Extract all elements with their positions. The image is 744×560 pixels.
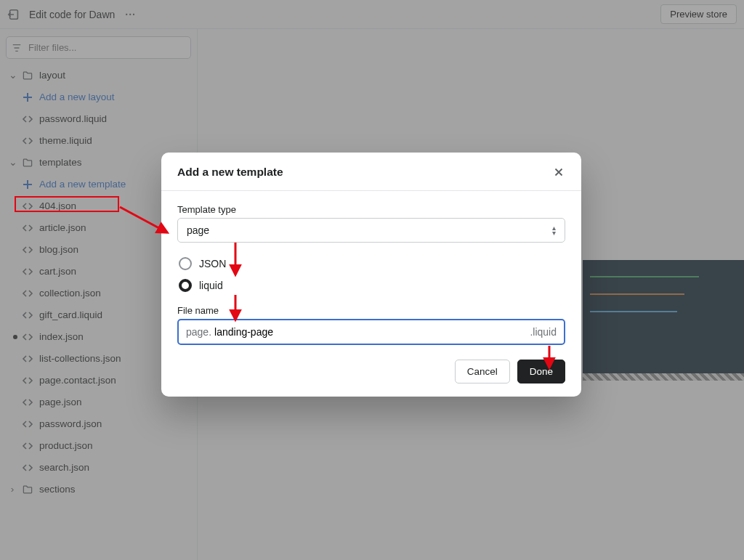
file-label: gift_card.liquid bbox=[39, 310, 102, 320]
close-icon[interactable] bbox=[552, 166, 565, 179]
code-file-icon bbox=[22, 440, 33, 452]
file-label: index.json bbox=[39, 332, 84, 342]
folder-label: layout bbox=[39, 70, 65, 81]
code-file-icon bbox=[22, 353, 33, 365]
file-label: cart.json bbox=[39, 267, 76, 277]
code-file-icon bbox=[22, 200, 33, 212]
chevron-right-icon: › bbox=[9, 484, 16, 495]
file-label: page.json bbox=[39, 397, 82, 407]
folder-icon bbox=[22, 157, 33, 169]
radio-label: JSON bbox=[199, 258, 226, 269]
filename-label: File name bbox=[177, 305, 565, 316]
code-file-icon bbox=[22, 309, 33, 321]
filter-files-input[interactable] bbox=[6, 36, 191, 59]
file-item[interactable]: theme.liquid bbox=[17, 130, 193, 152]
folder-label: sections bbox=[39, 484, 76, 495]
radio-liquid[interactable]: liquid bbox=[177, 275, 565, 296]
filename-input-wrap[interactable]: page. .liquid bbox=[177, 319, 565, 345]
file-label: search.json bbox=[39, 463, 89, 473]
cancel-button[interactable]: Cancel bbox=[455, 360, 510, 384]
file-label: article.json bbox=[39, 223, 86, 233]
file-item[interactable]: password.liquid bbox=[17, 108, 193, 130]
chevron-down-icon: ⌄ bbox=[9, 158, 16, 168]
add-new-label: Add a new template bbox=[39, 179, 126, 190]
modal-title: Add a new template bbox=[177, 166, 283, 179]
code-file-icon bbox=[22, 397, 33, 408]
template-type-value: page bbox=[187, 224, 552, 236]
plus-icon bbox=[22, 179, 33, 190]
file-label: list-collections.json bbox=[39, 354, 121, 364]
code-file-icon bbox=[22, 418, 33, 430]
code-file-icon bbox=[22, 462, 33, 474]
folder-layout[interactable]: ⌄ layout bbox=[4, 65, 193, 86]
code-file-icon bbox=[22, 113, 33, 125]
file-item[interactable]: search.json bbox=[17, 457, 193, 479]
folder-icon bbox=[22, 70, 33, 81]
folder-sections[interactable]: › sections bbox=[4, 479, 193, 500]
modified-dot-icon bbox=[13, 335, 17, 339]
file-label: 404.json bbox=[39, 201, 76, 211]
page-title: Edit code for Dawn bbox=[29, 9, 115, 20]
code-file-icon bbox=[22, 331, 33, 343]
filter-icon bbox=[12, 43, 22, 53]
file-label: password.json bbox=[39, 419, 102, 429]
code-file-icon bbox=[22, 244, 33, 256]
select-stepper-icon: ▴▾ bbox=[552, 225, 556, 235]
preview-store-button[interactable]: Preview store bbox=[660, 4, 737, 24]
more-icon[interactable]: ··· bbox=[125, 9, 136, 20]
chevron-down-icon: ⌄ bbox=[9, 70, 16, 81]
file-label: blog.json bbox=[39, 245, 78, 255]
radio-icon bbox=[179, 279, 192, 292]
add-new-layout[interactable]: Add a new layout bbox=[17, 86, 193, 108]
file-label: collection.json bbox=[39, 288, 101, 299]
filename-prefix: page. bbox=[186, 326, 211, 338]
topbar: Edit code for Dawn ··· Preview store bbox=[0, 0, 744, 29]
file-label: password.liquid bbox=[39, 114, 107, 124]
radio-json[interactable]: JSON bbox=[177, 253, 565, 275]
code-file-icon bbox=[22, 375, 33, 386]
add-new-label: Add a new layout bbox=[39, 92, 115, 102]
code-file-icon bbox=[22, 222, 33, 234]
file-item[interactable]: password.json bbox=[17, 413, 193, 435]
filename-input[interactable] bbox=[214, 326, 530, 338]
file-label: theme.liquid bbox=[39, 136, 92, 146]
plus-icon bbox=[22, 92, 33, 103]
code-file-icon bbox=[22, 288, 33, 299]
done-button[interactable]: Done bbox=[517, 360, 565, 384]
radio-label: liquid bbox=[199, 280, 223, 291]
file-label: page.contact.json bbox=[39, 376, 116, 386]
add-template-modal: Add a new template Template type page ▴▾… bbox=[161, 153, 581, 397]
file-item[interactable]: product.json bbox=[17, 435, 193, 457]
code-file-icon bbox=[22, 135, 33, 147]
file-label: product.json bbox=[39, 441, 93, 451]
code-file-icon bbox=[22, 266, 33, 277]
folder-label: templates bbox=[39, 158, 82, 168]
exit-icon[interactable] bbox=[7, 8, 20, 21]
template-type-label: Template type bbox=[177, 204, 565, 215]
filename-suffix: .liquid bbox=[530, 326, 557, 338]
code-editor-preview bbox=[583, 260, 744, 376]
radio-icon bbox=[179, 257, 192, 270]
template-type-select[interactable]: page ▴▾ bbox=[177, 218, 565, 243]
folder-icon bbox=[22, 484, 33, 495]
